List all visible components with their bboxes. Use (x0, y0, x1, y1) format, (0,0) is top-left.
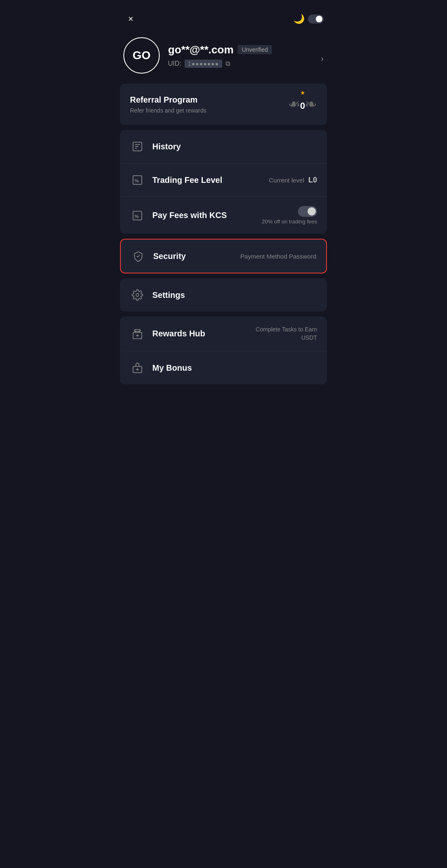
referral-program-card[interactable]: Referral Program Refer friends and get r… (120, 84, 327, 125)
kcs-fee-toggle[interactable] (298, 206, 317, 217)
trading-fee-icon: % (130, 173, 145, 187)
laurel-left-icon: ❧ (288, 96, 300, 113)
dark-mode-toggle[interactable] (308, 14, 324, 24)
rewards-hub-label: Rewards Hub (152, 329, 256, 338)
referral-title: Referral Program (130, 95, 206, 105)
referral-text: Referral Program Refer friends and get r… (130, 95, 206, 114)
security-menu-item[interactable]: Security Payment Method Password (121, 240, 326, 273)
referral-subtitle: Refer friends and get rewards (130, 107, 206, 114)
svg-text:%: % (135, 213, 139, 218)
email-row: go**@**.com Unverified (168, 43, 324, 56)
my-bonus-menu-item[interactable]: My Bonus (120, 351, 327, 384)
rewards-hub-icon (130, 326, 145, 341)
security-card[interactable]: Security Payment Method Password (120, 239, 327, 273)
kcs-fee-svg-icon: % (132, 210, 143, 221)
laurel-wrapper: ★ ❧ 0 ❧ (288, 92, 317, 117)
my-bonus-icon (130, 360, 145, 375)
my-bonus-svg-icon (132, 362, 143, 374)
top-bar: × 🌙 (112, 0, 335, 33)
email-text: go**@**.com (168, 43, 233, 56)
settings-card[interactable]: Settings (120, 278, 327, 312)
uid-value: 1●●●●●●● (185, 60, 222, 68)
trading-fee-menu-item[interactable]: % Trading Fee Level Current level L0 (120, 163, 327, 197)
settings-icon (130, 288, 145, 302)
laurel-right-icon: ❧ (305, 96, 317, 113)
svg-point-8 (136, 294, 139, 297)
uid-row: UID: 1●●●●●●● ⧉ (168, 60, 324, 68)
security-value: Payment Method Password (240, 253, 316, 260)
profile-arrow[interactable]: › (321, 54, 324, 63)
history-svg-icon (132, 141, 143, 152)
rewards-hub-svg-icon (132, 328, 143, 340)
verification-badge: Unverified (238, 45, 272, 54)
history-menu-item[interactable]: History (120, 130, 327, 163)
star-icon: ★ (300, 89, 305, 96)
kcs-fee-icon: % (130, 208, 145, 223)
settings-label: Settings (152, 290, 317, 300)
referral-count: 0 (300, 101, 305, 111)
security-label: Security (153, 252, 240, 261)
kcs-discount-text: 20% off on trading fees (262, 218, 317, 225)
my-bonus-label: My Bonus (152, 363, 317, 373)
trading-fee-value: Current level L0 (269, 176, 317, 185)
menu-card-1: History % Trading Fee Level Current leve… (120, 130, 327, 234)
kcs-fee-menu-item[interactable]: % Pay Fees with KCS 20% off on trading f… (120, 197, 327, 234)
kcs-fee-label: Pay Fees with KCS (152, 211, 262, 220)
uid-label: UID: (168, 60, 181, 67)
settings-svg-icon (132, 289, 143, 301)
avatar: GO (123, 37, 160, 74)
moon-icon: 🌙 (293, 14, 305, 24)
profile-info: go**@**.com Unverified UID: 1●●●●●●● ⧉ (168, 43, 324, 68)
copy-icon[interactable]: ⧉ (226, 60, 230, 67)
close-button[interactable]: × (123, 12, 138, 26)
security-icon (131, 249, 146, 264)
rewards-hub-menu-item[interactable]: Rewards Hub Complete Tasks to Earn USDT (120, 317, 327, 351)
theme-toggle[interactable]: 🌙 (293, 14, 324, 24)
rewards-hub-value: Complete Tasks to Earn USDT (256, 326, 317, 342)
trading-fee-label: Trading Fee Level (152, 175, 269, 185)
rewards-card: Rewards Hub Complete Tasks to Earn USDT … (120, 317, 327, 384)
profile-section: GO go**@**.com Unverified UID: 1●●●●●●● … (112, 33, 335, 84)
svg-text:%: % (135, 178, 139, 183)
trading-fee-svg-icon: % (132, 174, 143, 186)
settings-menu-item[interactable]: Settings (120, 278, 327, 312)
history-icon (130, 139, 145, 154)
kcs-toggle-area: 20% off on trading fees (262, 206, 317, 225)
referral-badge: ★ ❧ 0 ❧ (288, 92, 317, 117)
history-label: History (152, 142, 317, 151)
security-svg-icon (132, 250, 144, 262)
